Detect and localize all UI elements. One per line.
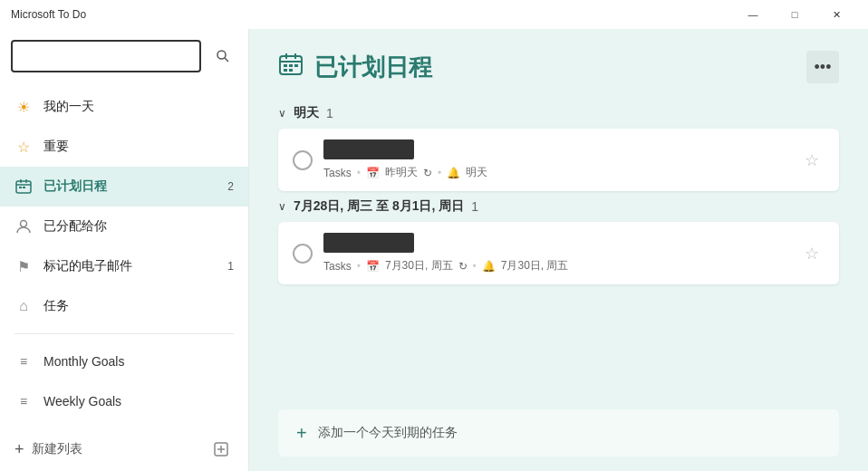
task-name-redacted [323,139,414,159]
chevron-icon[interactable]: ∨ [278,107,286,120]
bell-icon: 🔔 [447,167,460,179]
sidebar-item-label: 标记的电子邮件 [43,258,205,274]
task-list-name: Tasks [323,260,352,273]
task-date1: 昨明天 [385,165,418,180]
list-item-label: Monthly Goals [43,354,234,369]
app-title: Microsoft To Do [11,8,86,21]
planned-badge: 2 [216,180,234,193]
sidebar-item-important[interactable]: ☆ 重要 [0,127,248,167]
home-icon: ⌂ [14,297,33,315]
table-row: Tasks • 📅 昨明天 ↻ • 🔔 明天 ☆ [278,129,839,191]
window-controls: — □ ✕ [732,0,857,29]
person-icon [14,217,33,236]
sidebar-divider [14,333,234,334]
search-button[interactable] [208,42,237,71]
new-list-label: 新建列表 [32,441,82,457]
star-icon: ☆ [14,138,33,156]
task-date2: 7月30日, 周五 [501,258,569,274]
add-task-plus-icon: + [296,423,307,444]
svg-rect-7 [23,187,25,188]
task-meta: Tasks • 📅 7月30日, 周五 ↻ • 🔔 7月30日, 周五 [323,258,788,274]
sidebar-item-label: 重要 [43,139,234,155]
maximize-button[interactable]: □ [774,0,815,29]
section-count: 1 [471,199,478,214]
add-task-label: 添加一个今天到期的任务 [318,425,458,441]
table-row: Tasks • 📅 7月30日, 周五 ↻ • 🔔 7月30日, 周五 ☆ [278,222,839,284]
sun-icon: ☀ [14,98,33,116]
task-complete-button[interactable] [293,150,313,170]
sidebar-item-label: 已计划日程 [43,178,205,195]
task-name-redacted [323,233,414,253]
svg-rect-17 [289,64,293,67]
section-count: 1 [326,106,333,120]
star-button[interactable]: ☆ [799,241,825,266]
date-icon: 📅 [366,260,380,273]
title-bar: Microsoft To Do — □ ✕ [0,0,868,29]
task-list-name: Tasks [323,167,352,179]
sidebar-item-tasks[interactable]: ⌂ 任务 [0,286,248,326]
search-input[interactable] [11,40,201,72]
repeat-icon: ↻ [458,260,468,273]
task-meta: Tasks • 📅 昨明天 ↻ • 🔔 明天 [323,165,788,180]
section-header-week: ∨ 7月28日, 周三 至 8月1日, 周日 1 [278,198,839,215]
more-icon: ••• [815,58,832,77]
sidebar-item-flagged[interactable]: ⚑ 标记的电子邮件 1 [0,246,248,286]
repeat-icon: ↻ [423,167,432,179]
section-title: 7月28日, 周三 至 8月1日, 周日 [294,198,464,215]
sidebar-item-label: 我的一天 [43,99,234,115]
new-list-button[interactable]: + 新建列表 [14,440,82,459]
close-button[interactable]: ✕ [815,0,857,29]
bell-icon: 🔔 [482,260,496,273]
sidebar-item-my-day[interactable]: ☀ 我的一天 [0,87,248,127]
flagged-badge: 1 [216,260,234,273]
search-icon [216,49,230,63]
sidebar-item-label: 任务 [43,298,234,314]
list-icon: ≡ [14,352,33,370]
svg-rect-20 [289,69,293,72]
task-body: Tasks • 📅 昨明天 ↻ • 🔔 明天 [323,139,788,180]
sidebar-item-assigned[interactable]: 已分配给你 [0,207,248,246]
svg-point-0 [217,51,226,59]
new-list-icon-button[interactable] [208,437,234,462]
svg-rect-19 [284,69,287,72]
main-content: 已计划日程 ••• ∨ 明天 1 Tasks • 📅 [249,29,868,471]
svg-rect-16 [284,64,287,67]
sidebar-nav: ☀ 我的一天 ☆ 重要 已计划日程 [0,83,248,428]
svg-rect-6 [19,187,22,188]
calendar-icon [14,178,33,196]
task-date1: 7月30日, 周五 [385,258,453,274]
more-options-button[interactable]: ••• [806,51,839,83]
date-icon: 📅 [366,167,380,179]
star-button[interactable]: ☆ [799,148,825,173]
app-body: ☀ 我的一天 ☆ 重要 已计划日程 [0,29,868,471]
sidebar-item-planned[interactable]: 已计划日程 2 [0,167,248,207]
section-header-tomorrow: ∨ 明天 1 [278,105,839,121]
sidebar-item-weekly-goals[interactable]: ≡ Weekly Goals [0,381,248,421]
task-body: Tasks • 📅 7月30日, 周五 ↻ • 🔔 7月30日, 周五 [323,233,788,274]
svg-point-8 [21,221,27,227]
sidebar-search-area [0,29,248,83]
main-body: ∨ 明天 1 Tasks • 📅 昨明天 ↻ • 🔔 明天 [249,98,868,395]
sidebar: ☀ 我的一天 ☆ 重要 已计划日程 [0,29,249,471]
main-calendar-icon [278,52,304,82]
minimize-button[interactable]: — [732,0,774,29]
flag-icon: ⚑ [14,257,33,275]
add-task-bar[interactable]: + 添加一个今天到期的任务 [278,409,839,457]
plus-icon: + [14,440,24,459]
sidebar-item-monthly-goals[interactable]: ≡ Monthly Goals [0,341,248,381]
page-title: 已计划日程 [314,52,796,83]
export-icon [213,441,229,457]
list-item-label: Weekly Goals [43,394,234,409]
list-icon: ≡ [14,392,33,410]
main-header: 已计划日程 ••• [249,29,868,98]
sidebar-footer: + 新建列表 [0,428,248,471]
svg-rect-18 [294,64,298,67]
task-date2: 明天 [466,165,487,180]
chevron-icon[interactable]: ∨ [278,200,286,213]
svg-line-1 [225,58,228,62]
section-title: 明天 [294,105,319,121]
task-complete-button[interactable] [293,244,313,264]
sidebar-item-label: 已分配给你 [43,218,234,235]
